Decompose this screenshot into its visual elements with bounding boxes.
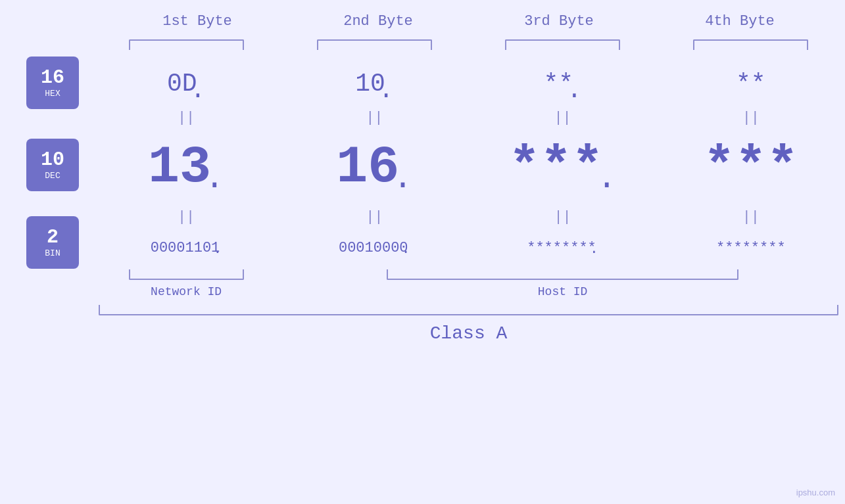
dec-cell-3: *** .	[469, 127, 657, 207]
hex-cell-2: 10 .	[280, 57, 468, 108]
class-label: Class A	[92, 323, 845, 344]
bin-value-4: ********	[716, 227, 786, 266]
dec-cell-2: 16 .	[280, 127, 468, 207]
bin-badge: 2 BIN	[26, 216, 79, 269]
dec-value-1: 13	[148, 127, 211, 207]
main-container: 1st Byte 2nd Byte 3rd Byte 4th Byte 16 H…	[0, 0, 845, 504]
segment-labels: Network ID Host ID	[92, 285, 845, 298]
byte1-label: 1st Byte	[125, 13, 270, 30]
byte3-label: 3rd Byte	[487, 13, 631, 30]
byte4-label: 4th Byte	[667, 13, 812, 30]
hex-badge: 16 HEX	[26, 57, 79, 109]
full-bottom-bracket	[92, 305, 845, 315]
bin-dot-1: .	[213, 241, 222, 266]
dec-value-3: ***	[509, 127, 604, 207]
bin-cell-1: 00001101 .	[92, 227, 280, 266]
equals-row-1: || || || ||	[92, 108, 845, 127]
equals-1-1: ||	[178, 110, 195, 126]
bin-cell-4: ********	[657, 227, 845, 266]
dec-dot-1: .	[205, 160, 224, 207]
bin-dot-2: .	[402, 241, 410, 266]
bin-badge-num: 2	[47, 227, 59, 248]
dec-data-row: 13 . 16 . *** . ***	[92, 127, 845, 207]
rows-area: 0D . 10 . ** . ** || || ||	[92, 57, 845, 344]
dec-dot-3: .	[597, 160, 617, 207]
hex-badge-label: HEX	[45, 89, 60, 99]
hex-badge-num: 16	[41, 67, 64, 89]
dec-badge-label: DEC	[45, 171, 60, 181]
hex-dot-2: .	[379, 76, 394, 108]
hex-cell-1: 0D .	[92, 57, 280, 108]
dec-badge: 10 DEC	[26, 139, 79, 191]
equals-2-2: ||	[366, 209, 383, 225]
dec-cell-1: 13 .	[92, 127, 280, 207]
equals-1-4: ||	[742, 110, 760, 126]
dec-dot-2: .	[393, 160, 412, 207]
equals-2-4: ||	[742, 209, 760, 225]
dec-value-4: ***	[704, 127, 798, 207]
equals-2-3: ||	[554, 209, 571, 225]
hex-value-4: **	[736, 57, 766, 108]
hex-cell-4: **	[657, 57, 845, 108]
hex-dot-3: .	[567, 76, 582, 108]
badges-column: 16 HEX 10 DEC 2 BIN	[0, 57, 92, 263]
equals-1-3: ||	[554, 110, 571, 126]
hex-dot-1: .	[191, 76, 206, 108]
dec-value-2: 16	[336, 127, 399, 207]
bin-value-2: 00010000	[339, 227, 408, 266]
equals-row-2: || || || ||	[92, 207, 845, 227]
watermark: ipshu.com	[796, 488, 835, 497]
hex-data-row: 0D . 10 . ** . **	[92, 57, 845, 108]
host-id-label: Host ID	[280, 285, 845, 298]
bin-data-row: 00001101 . 00010000 . ******** . *******…	[92, 227, 845, 266]
dec-badge-num: 10	[41, 149, 64, 171]
bin-value-3: ********	[527, 227, 596, 266]
dec-cell-4: ***	[657, 127, 845, 207]
main-content: 16 HEX 10 DEC 2 BIN	[0, 57, 845, 344]
network-id-label: Network ID	[92, 285, 280, 298]
bin-cell-3: ******** .	[469, 227, 657, 266]
equals-2-1: ||	[178, 209, 195, 225]
bin-badge-label: BIN	[45, 248, 60, 258]
equals-1-2: ||	[366, 110, 383, 126]
bin-value-1: 00001101	[151, 227, 220, 266]
byte-headers: 1st Byte 2nd Byte 3rd Byte 4th Byte	[107, 13, 831, 30]
byte2-label: 2nd Byte	[306, 13, 450, 30]
hex-cell-3: ** .	[469, 57, 657, 108]
bottom-brackets	[92, 269, 845, 280]
bin-dot-3: .	[590, 241, 598, 266]
bin-cell-2: 00010000 .	[280, 227, 468, 266]
